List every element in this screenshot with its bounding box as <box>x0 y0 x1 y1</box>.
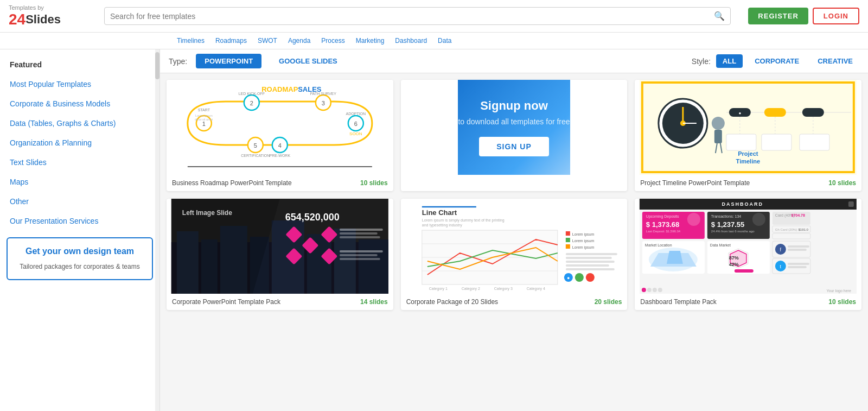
svg-point-147 <box>653 288 657 292</box>
template-name-timeline: Project Timeline PowerPoint Template <box>640 179 750 187</box>
logo-prefix: Templates by <box>9 4 61 11</box>
svg-text:CERTIFICATION: CERTIFICATION <box>241 154 270 157</box>
style-creative-button[interactable]: CREATIVE <box>811 54 859 68</box>
svg-rect-43 <box>762 134 792 150</box>
svg-text:Category 2: Category 2 <box>461 287 480 291</box>
main: Featured Most Popular Templates Corporat… <box>0 49 868 411</box>
sidebar-item-corporate[interactable]: Corporate & Business Models <box>0 94 159 113</box>
sidebar-item-services[interactable]: Our Presentation Services <box>0 211 159 231</box>
template-card-dashboard[interactable]: DASHBOARD Upcoming Deposits $ 1,373.68 L… <box>635 199 861 310</box>
sidebar-item-text[interactable]: Text Slides <box>0 153 159 172</box>
svg-text:3: 3 <box>322 100 325 106</box>
nav-tag-roadmaps[interactable]: Roadmaps <box>212 36 250 46</box>
svg-text:PATH SURVEY: PATH SURVEY <box>310 92 337 96</box>
nav-tag-dashboard[interactable]: Dashboard <box>392 36 430 46</box>
svg-text:$ 1,373.68: $ 1,373.68 <box>646 220 679 229</box>
login-button[interactable]: LOGIN <box>813 8 859 24</box>
svg-text:Your logo here: Your logo here <box>827 289 851 293</box>
nav-tag-timelines[interactable]: Timelines <box>174 36 208 46</box>
template-name: Business Roadmap PowerPoint Template <box>172 179 292 187</box>
svg-text:●: ● <box>739 111 742 116</box>
timeline-thumb: ● Proj <box>635 80 861 175</box>
register-button[interactable]: REGISTER <box>748 8 808 24</box>
template-card-roadmap[interactable]: ROADMAP SALES 1 2 4 3 5 <box>167 80 393 191</box>
header-buttons: REGISTER LOGIN <box>748 8 859 24</box>
svg-text:$ 1,237.55: $ 1,237.55 <box>711 220 744 229</box>
svg-rect-105 <box>848 201 854 207</box>
nav-tag-marketing[interactable]: Marketing <box>353 36 388 46</box>
svg-rect-68 <box>340 229 383 231</box>
svg-point-115 <box>752 213 765 226</box>
google-slides-button[interactable]: GOOGLE SLIDES <box>270 54 346 68</box>
svg-text:Data Market: Data Market <box>710 243 731 247</box>
svg-marker-127 <box>667 251 683 264</box>
svg-text:Timeline: Timeline <box>736 158 760 165</box>
logo-number: 24 <box>9 11 25 28</box>
sidebar-item-featured[interactable]: Featured <box>0 55 159 74</box>
svg-text:START: START <box>198 108 210 112</box>
nav-tag-process[interactable]: Process <box>318 36 348 46</box>
svg-rect-36 <box>802 108 824 117</box>
powerpoint-button[interactable]: POWERPOINT <box>196 54 261 68</box>
svg-rect-138 <box>788 245 809 248</box>
logo-name: Slides <box>25 12 61 27</box>
svg-point-146 <box>647 288 652 292</box>
template-name-dashboard: Dashboard Template Pack <box>640 298 717 306</box>
template-slides-corporate: 14 slides <box>360 298 388 306</box>
type-bar: Type: POWERPOINT GOOGLE SLIDES Style: AL… <box>160 49 868 73</box>
signup-full-bg: Signup now to download all templates for… <box>458 80 570 175</box>
sidebar-promo[interactable]: Get your own design team Tailored packag… <box>7 237 153 280</box>
svg-text:SOON: SOON <box>349 131 362 136</box>
svg-rect-139 <box>788 249 807 251</box>
svg-rect-95 <box>565 261 614 263</box>
sidebar-item-other[interactable]: Other <box>0 192 159 211</box>
svg-rect-89 <box>565 238 570 242</box>
sidebar-item-maps[interactable]: Maps <box>0 172 159 192</box>
svg-text:PRE-WORK: PRE-WORK <box>270 154 291 157</box>
svg-point-37 <box>712 117 725 130</box>
svg-rect-44 <box>800 134 829 150</box>
nav-tag-data[interactable]: Data <box>435 36 455 46</box>
svg-text:Lorem ipsum: Lorem ipsum <box>572 232 594 237</box>
search-input[interactable] <box>110 12 714 21</box>
svg-text:Lorem ipsum: Lorem ipsum <box>195 114 213 117</box>
sidebar-item-org[interactable]: Organization & Planning <box>0 133 159 153</box>
signup-thumb: Signup now to download all templates for… <box>401 80 628 175</box>
svg-rect-35 <box>764 108 786 117</box>
corporate-thumb: Left Image Slide 654,520,000 <box>167 199 393 294</box>
search-icon[interactable]: 🔍 <box>714 11 725 21</box>
nav-tag-agenda[interactable]: Agenda <box>285 36 314 46</box>
template-info-dashboard: Dashboard Template Pack 10 slides <box>635 294 861 310</box>
svg-rect-87 <box>565 231 570 236</box>
svg-text:654,520,000: 654,520,000 <box>285 212 340 223</box>
template-card-linechart[interactable]: Line Chart Lorem ipsum is simply dummy t… <box>401 199 628 310</box>
svg-text:and typesetting industry: and typesetting industry <box>422 223 462 227</box>
svg-point-145 <box>642 288 646 292</box>
template-card-corporate[interactable]: Left Image Slide 654,520,000 <box>167 199 393 310</box>
svg-point-148 <box>658 288 662 292</box>
content: Type: POWERPOINT GOOGLE SLIDES Style: AL… <box>160 49 868 411</box>
template-card-timeline[interactable]: ● Proj <box>635 80 861 191</box>
svg-rect-69 <box>340 232 378 235</box>
svg-text:Upcoming Deposits: Upcoming Deposits <box>646 214 679 219</box>
search-bar[interactable]: 🔍 <box>104 7 731 25</box>
signup-button[interactable]: SIGN UP <box>479 137 549 156</box>
header: Templates by 24 Slides 🔍 REGISTER LOGIN <box>0 0 868 33</box>
svg-point-110 <box>687 213 700 226</box>
style-all-button[interactable]: ALL <box>716 54 743 68</box>
nav-tag-swot[interactable]: SWOT <box>254 36 280 46</box>
signup-sub: to download all templates for free <box>458 117 570 126</box>
svg-text:$191.0: $191.0 <box>799 228 809 231</box>
svg-text:24.4% from last 6 months ago: 24.4% from last 6 months ago <box>711 230 755 233</box>
sidebar-item-popular[interactable]: Most Popular Templates <box>0 74 159 94</box>
style-corporate-button[interactable]: CORPORATE <box>748 54 806 68</box>
template-name-linechart: Corporate Package of 20 Slides <box>406 298 498 306</box>
sidebar-item-data[interactable]: Data (Tables, Graphs & Charts) <box>0 113 159 133</box>
svg-text:Lorem ipsum is simply dummy te: Lorem ipsum is simply dummy text of the … <box>422 218 504 223</box>
logo: Templates by 24 Slides <box>9 4 95 28</box>
dashboard-thumb: DASHBOARD Upcoming Deposits $ 1,373.68 L… <box>635 199 861 294</box>
svg-rect-97 <box>565 268 614 270</box>
promo-text: Tailored packages for corporates & teams <box>14 262 145 271</box>
svg-text:DASHBOARD: DASHBOARD <box>722 201 764 207</box>
template-card-signup[interactable]: Signup now to download all templates for… <box>401 80 628 191</box>
